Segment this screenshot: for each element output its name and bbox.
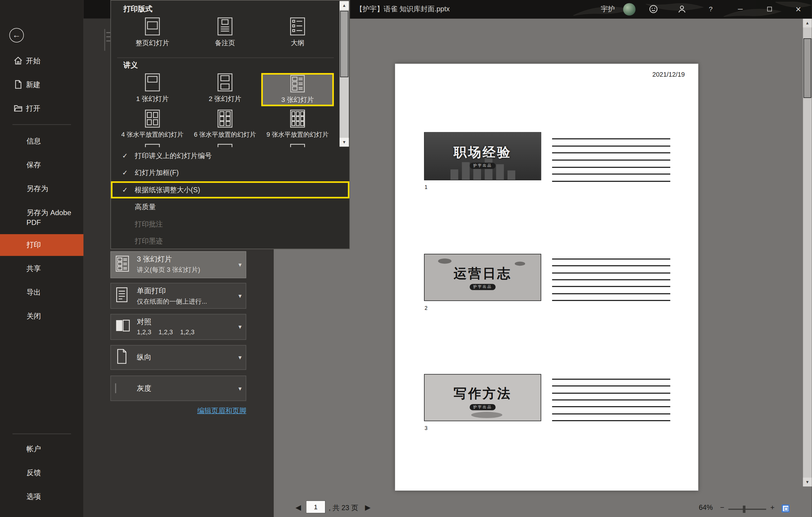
- layout-option-1-slide[interactable]: 1 张幻灯片: [116, 73, 189, 107]
- fit-to-window-icon[interactable]: [782, 505, 789, 512]
- chevron-down-icon: ▾: [238, 323, 242, 330]
- sidebar-item-label: 选项: [26, 489, 80, 501]
- user-avatar[interactable]: [623, 3, 636, 16]
- sidebar-item-print[interactable]: 打印: [0, 234, 84, 256]
- full-page-slide-icon: [145, 17, 160, 36]
- zoom-percent-label: 64%: [699, 504, 713, 511]
- option-print-slide-numbers[interactable]: ✓ 打印讲义上的幻灯片编号: [111, 147, 349, 164]
- feedback-smiley-icon[interactable]: [645, 0, 661, 19]
- minimize-icon[interactable]: ─: [733, 0, 748, 19]
- clipped-next-row: [116, 144, 334, 147]
- chevron-down-icon: ▾: [238, 354, 242, 361]
- sidebar-item-save-as[interactable]: 另存为: [0, 181, 84, 197]
- setting-title: 灰度: [137, 384, 151, 393]
- app-window: ← 开始 新建 打开 信息 保存 另存为 另存为 Adobe PDF 打印 共享…: [0, 0, 812, 517]
- option-high-quality[interactable]: 高质量: [111, 199, 349, 216]
- maximize-icon[interactable]: [761, 0, 777, 19]
- sidebar-item-home[interactable]: 开始: [0, 52, 84, 69]
- scrollbar-thumb[interactable]: [803, 38, 811, 98]
- fish-graphic: [515, 262, 525, 266]
- zoom-out-icon[interactable]: −: [720, 503, 724, 511]
- back-button[interactable]: ←: [9, 28, 24, 42]
- sidebar-item-share[interactable]: 共享: [0, 261, 84, 277]
- handout-3-slides-icon: [290, 74, 306, 93]
- handout-3-slides-icon: [115, 255, 129, 274]
- sidebar-item-export[interactable]: 导出: [0, 285, 84, 300]
- previous-page-icon[interactable]: ◀: [295, 503, 301, 511]
- sidebar-item-new[interactable]: 新建: [0, 76, 84, 93]
- color-mode-dropdown-button[interactable]: 灰度 ▾: [110, 375, 246, 401]
- sidebar-item-label: 打开: [26, 99, 40, 117]
- layout-option-4-slides-horizontal[interactable]: 4 张水平放置的幻灯片: [116, 109, 189, 143]
- zoom-in-icon[interactable]: +: [771, 503, 775, 511]
- handout-4-slides-icon: [145, 109, 160, 128]
- layout-option-full-page[interactable]: 整页幻灯片: [116, 17, 189, 51]
- slide-number: 2: [425, 305, 428, 311]
- sidebar-item-label: 另存为 Adobe PDF: [26, 205, 80, 227]
- close-window-icon[interactable]: ✕: [791, 0, 806, 19]
- menu-divider: [117, 58, 334, 58]
- scroll-down-icon[interactable]: ▼: [803, 478, 812, 487]
- chevron-down-icon: ▾: [238, 292, 242, 299]
- handout-1-slide-icon: [145, 73, 160, 92]
- duplex-dropdown-button[interactable]: 单面打印 仅在纸面的一侧上进行... ▾: [110, 283, 246, 309]
- zoom-slider-thumb[interactable]: [743, 506, 745, 513]
- option-frame-slides[interactable]: ✓ 幻灯片加框(F): [111, 164, 349, 182]
- chevron-down-icon: ▾: [238, 385, 242, 392]
- slide-number: 3: [425, 425, 428, 431]
- next-page-icon[interactable]: ▶: [365, 503, 371, 511]
- scrollbar-thumb[interactable]: [340, 11, 348, 77]
- maximize-glyph: [767, 7, 772, 11]
- slide-thumbnail-3: 写作方法 护宇出品: [424, 374, 541, 421]
- sidebar-item-options[interactable]: 选项: [0, 489, 84, 505]
- gallery-scrollbar[interactable]: ▲ ▼: [340, 1, 349, 147]
- print-layout-dropdown-button[interactable]: 3 张幻灯片 讲义(每页 3 张幻灯片) ▾: [110, 251, 246, 278]
- layout-option-6-slides-horizontal[interactable]: 6 张水平放置的幻灯片: [189, 109, 261, 143]
- layout-option-outline[interactable]: 大纲: [261, 17, 334, 51]
- preview-scrollbar[interactable]: ▲ ▼: [803, 19, 812, 486]
- layout-option-2-slides[interactable]: 2 张幻灯片: [189, 73, 261, 107]
- layout-option-9-slides-horizontal[interactable]: 9 张水平放置的幻灯片: [261, 109, 334, 143]
- sidebar-item-feedback[interactable]: 反馈: [0, 465, 84, 481]
- help-icon[interactable]: ?: [703, 0, 718, 19]
- sidebar-item-label: 另存为: [26, 181, 80, 194]
- total-pages-label: , 共 23 页: [328, 504, 358, 513]
- scroll-up-icon[interactable]: ▲: [803, 19, 812, 28]
- presenter-person-icon[interactable]: [674, 0, 690, 19]
- sidebar-item-label: 共享: [26, 261, 80, 274]
- layout-option-notes-pages[interactable]: 备注页: [189, 17, 261, 51]
- note-lines: [552, 258, 670, 301]
- layout-option-label: 4 张水平放置的幻灯片: [121, 130, 183, 139]
- setting-subtitle: 1,2,3 1,2,3 1,2,3: [137, 328, 195, 335]
- copies-stepper-edge: [104, 29, 110, 51]
- slide-thumbnail-2: 运营日志 护宇出品: [424, 254, 541, 301]
- option-scale-to-fit-paper[interactable]: ✓ 根据纸张调整大小(S): [111, 181, 349, 199]
- open-folder-icon: [13, 104, 23, 113]
- sidebar-item-account[interactable]: 帐户: [0, 441, 84, 457]
- slide-title: 职场经验: [454, 144, 512, 161]
- portrait-page-icon: [115, 348, 128, 366]
- option-label: 打印墨迹: [135, 233, 163, 250]
- page-number-input[interactable]: [306, 500, 325, 513]
- edit-header-footer-link[interactable]: 编辑页眉和页脚: [110, 406, 246, 415]
- handout-2-slides-icon: [218, 73, 233, 92]
- sidebar-item-label: 信息: [26, 134, 80, 146]
- option-label: 幻灯片加框(F): [135, 164, 179, 182]
- zoom-slider-track[interactable]: [728, 509, 766, 510]
- note-lines: [552, 139, 670, 182]
- layout-option-3-slides-selected[interactable]: 3 张幻灯片: [261, 73, 334, 107]
- setting-subtitle: 仅在纸面的一侧上进行...: [137, 297, 207, 306]
- sidebar-item-save-as-adobe-pdf[interactable]: 另存为 Adobe PDF: [0, 205, 84, 228]
- option-label: 高质量: [135, 199, 156, 216]
- sidebar-item-label: 开始: [26, 52, 40, 69]
- check-icon: ✓: [120, 164, 129, 182]
- slide-badge: 护宇出品: [470, 162, 496, 169]
- sidebar-item-save[interactable]: 保存: [0, 157, 84, 173]
- sidebar-item-close-file[interactable]: 关闭: [0, 309, 84, 324]
- sidebar-item-open[interactable]: 打开: [0, 99, 84, 117]
- orientation-dropdown-button[interactable]: 纵向 ▾: [110, 345, 246, 370]
- scroll-down-icon[interactable]: ▼: [340, 138, 349, 147]
- scroll-up-icon[interactable]: ▲: [340, 1, 349, 10]
- sidebar-item-info[interactable]: 信息: [0, 134, 84, 149]
- collate-dropdown-button[interactable]: 对照 1,2,3 1,2,3 1,2,3 ▾: [110, 314, 246, 340]
